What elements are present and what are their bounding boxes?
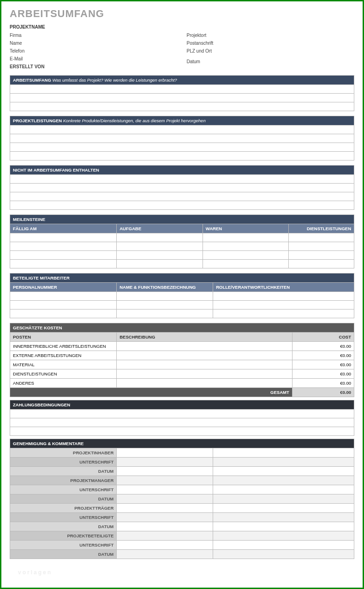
- info-postanschrift: Postanschrift: [187, 39, 355, 47]
- scope-header: ARBEITSUMFANG Was umfasst das Projekt? W…: [10, 76, 354, 85]
- cost-item: EXTERNE ARBEITSLEISTUNGEN: [10, 351, 117, 360]
- approval-signature: UNTERSCHRIFT: [10, 458, 117, 467]
- approval-sponsor: PROJEKTTRÄGER: [10, 504, 117, 513]
- exclusions-row[interactable]: [10, 175, 354, 184]
- costs-total-value: €0.00: [292, 388, 354, 397]
- costs-col-cost: COST: [292, 333, 354, 342]
- scope-table: ARBEITSUMFANG Was umfasst das Projekt? W…: [10, 75, 354, 111]
- document-frame: ARBEITSUMFANG PROJEKTNAME Firma Name Tel…: [0, 0, 364, 589]
- project-name-label: PROJEKTNAME: [10, 24, 354, 30]
- cost-item: MATERIAL: [10, 360, 117, 369]
- scope-title: ARBEITSUMFANG: [13, 77, 51, 83]
- info-email: E-Mail: [10, 55, 178, 63]
- info-plz: PLZ und Ort: [187, 47, 355, 55]
- milestones-col-task: AUFGABE: [117, 224, 203, 233]
- exclusions-row[interactable]: [10, 184, 354, 192]
- staff-col-role: ROLLE/VERANTWORTLICHKEITEN: [213, 283, 354, 292]
- cost-desc[interactable]: [117, 369, 292, 379]
- deliverables-title: PROJEKTLEISTUNGEN: [13, 118, 62, 123]
- deliverables-header: PROJEKTLEISTUNGEN Konkrete Produkte/Dien…: [10, 116, 354, 125]
- costs-header: GESCHÄTZTE KOSTEN: [10, 323, 354, 333]
- payment-table: ZAHLUNGSBEDINGUNGEN: [10, 400, 354, 436]
- watermark: vorlagen: [18, 569, 52, 576]
- costs-table: GESCHÄTZTE KOSTEN POSTEN BESCHREIBUNG CO…: [10, 323, 354, 397]
- milestones-col-due: FÄLLIG AM: [10, 224, 117, 233]
- payment-header: ZAHLUNGSBEDINGUNGEN: [10, 400, 354, 410]
- cost-desc[interactable]: [117, 379, 292, 388]
- approval-header: GENEHMIGUNG & KOMMENTARE: [10, 439, 354, 448]
- staff-header: BETEILIGTE MITARBEITER: [10, 274, 354, 283]
- milestones-col-services: DIENSTLEISTUNGEN: [289, 224, 354, 233]
- approval-date: DATUM: [10, 550, 117, 559]
- page-title: ARBEITSUMFANG: [10, 8, 354, 20]
- exclusions-table: NICHT IM ARBEITSUMFANG ENTHALTEN: [10, 165, 354, 210]
- approval-manager: PROJEKTMANAGER: [10, 476, 117, 485]
- cost-item: DIENSTLEISTUNGEN: [10, 369, 117, 379]
- scope-row[interactable]: [10, 102, 354, 111]
- costs-total-label: GESAMT: [10, 388, 292, 397]
- deliverables-sub: Konkrete Produkte/Dienstleistungen, die …: [63, 118, 206, 123]
- cost-value: €0.00: [292, 351, 354, 360]
- cost-value: €0.00: [292, 369, 354, 379]
- approval-owner: PROJEKTINHABER: [10, 448, 117, 458]
- deliverables-row[interactable]: [10, 143, 354, 152]
- scope-row[interactable]: [10, 94, 354, 102]
- cost-desc[interactable]: [117, 351, 292, 360]
- approval-signature: UNTERSCHRIFT: [10, 513, 117, 522]
- cost-value: €0.00: [292, 342, 354, 351]
- exclusions-row[interactable]: [10, 201, 354, 210]
- milestones-table: MEILENSTEINE FÄLLIG AM AUFGABE WAREN DIE…: [10, 214, 354, 268]
- deliverables-row[interactable]: [10, 134, 354, 143]
- staff-col-id: PERSONALNUMMER: [10, 283, 117, 292]
- cost-desc[interactable]: [117, 360, 292, 369]
- costs-col-desc: BESCHREIBUNG: [117, 333, 292, 342]
- approval-signature: UNTERSCHRIFT: [10, 541, 117, 550]
- payment-row[interactable]: [10, 410, 354, 418]
- staff-table: BETEILIGTE MITARBEITER PERSONALNUMMER NA…: [10, 273, 354, 318]
- deliverables-row[interactable]: [10, 125, 354, 134]
- approval-date: DATUM: [10, 467, 117, 476]
- exclusions-row[interactable]: [10, 192, 354, 201]
- approval-table: GENEHMIGUNG & KOMMENTARE PROJEKTINHABER …: [10, 439, 354, 559]
- cost-item: INNERBETRIEBLICHE ARBEITSLEISTUNGEN: [10, 342, 117, 351]
- info-projektort: Projektort: [187, 31, 355, 39]
- approval-signature: UNTERSCHRIFT: [10, 485, 117, 494]
- scope-row[interactable]: [10, 85, 354, 94]
- cost-value: €0.00: [292, 360, 354, 369]
- milestones-header: MEILENSTEINE: [10, 215, 354, 224]
- info-date: Datum: [187, 58, 355, 65]
- info-created-by: ERSTELLT VON: [10, 63, 178, 71]
- payment-row[interactable]: [10, 427, 354, 436]
- cost-desc[interactable]: [117, 342, 292, 351]
- deliverables-row[interactable]: [10, 152, 354, 161]
- cost-item: ANDERES: [10, 379, 117, 388]
- payment-row[interactable]: [10, 418, 354, 427]
- scope-sub: Was umfasst das Projekt? Wie werden die …: [53, 77, 177, 83]
- staff-col-name: NAME & FUNKTIONSBEZEICHNUNG: [117, 283, 213, 292]
- info-firma: Firma: [10, 31, 178, 39]
- deliverables-table: PROJEKTLEISTUNGEN Konkrete Produkte/Dien…: [10, 116, 354, 161]
- approval-date: DATUM: [10, 522, 117, 531]
- info-name: Name: [10, 39, 178, 47]
- info-telefon: Telefon: [10, 47, 178, 55]
- approval-stakeholder: PROJEKTBETEILIGTE: [10, 531, 117, 541]
- cost-value: €0.00: [292, 379, 354, 388]
- milestones-col-goods: WAREN: [203, 224, 289, 233]
- info-block: Firma Name Telefon E-Mail ERSTELLT VON P…: [10, 31, 354, 71]
- exclusions-header: NICHT IM ARBEITSUMFANG ENTHALTEN: [10, 166, 354, 175]
- approval-date: DATUM: [10, 494, 117, 504]
- costs-col-item: POSTEN: [10, 333, 117, 342]
